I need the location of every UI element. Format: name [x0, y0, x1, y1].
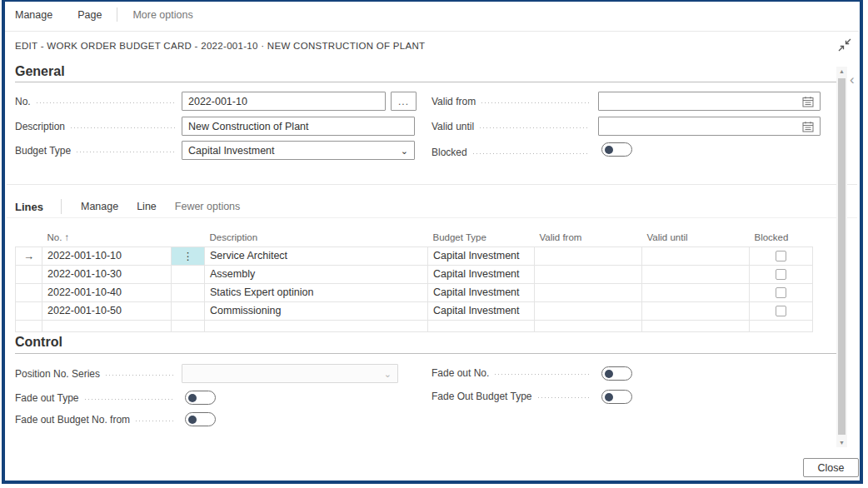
scroll-down-icon[interactable]: ▼ [836, 440, 847, 446]
cell-menu [172, 283, 205, 301]
description-label-row: Description [15, 121, 182, 132]
blocked-label: Blocked [432, 147, 467, 158]
cell-budget-type[interactable]: Capital Investment [428, 283, 535, 301]
fade-out-no-toggle[interactable] [601, 366, 632, 381]
cell-valid-until[interactable] [642, 301, 750, 320]
cell-no[interactable]: 2022-001-10-40 [42, 283, 172, 301]
col-header-valid-until[interactable]: Valid until [642, 232, 750, 246]
no-assist-edit-button[interactable]: ... [391, 92, 417, 111]
dotted-leader [106, 368, 175, 376]
dotted-leader [495, 367, 590, 376]
menu-manage[interactable]: Manage [15, 9, 52, 21]
cell-budget-type[interactable] [428, 320, 535, 331]
cell-valid-until[interactable] [642, 265, 750, 283]
cell-no[interactable]: 2022-001-10-50 [42, 301, 172, 320]
factbox-expand-icon[interactable]: ‹ [850, 72, 855, 88]
cell-valid-from[interactable] [535, 246, 642, 265]
blocked-checkbox[interactable] [776, 287, 786, 298]
cell-budget-type[interactable]: Capital Investment [428, 265, 535, 283]
budget-type-select[interactable]: Capital Investment ⌄ [182, 141, 415, 160]
cell-blocked [750, 320, 813, 331]
calendar-icon[interactable] [802, 121, 814, 132]
valid-from-input[interactable] [598, 92, 821, 111]
description-input[interactable]: New Construction of Plant [182, 117, 415, 136]
lines-toolbar-divider [61, 199, 62, 214]
row-selector[interactable] [16, 320, 42, 331]
right-arrow-icon: → [23, 250, 34, 262]
calendar-icon[interactable] [802, 96, 814, 107]
fade-out-budget-type-toggle[interactable] [601, 390, 632, 404]
blocked-label-row: Blocked [432, 147, 596, 158]
lines-menu-line[interactable]: Line [137, 201, 157, 212]
cell-valid-until[interactable] [642, 320, 750, 331]
toggle-knob [188, 416, 197, 424]
col-header-budget-type[interactable]: Budget Type [428, 232, 535, 246]
cell-budget-type[interactable]: Capital Investment [428, 246, 535, 265]
budget-type-label: Budget Type [15, 145, 71, 157]
fade-out-budget-no-from-toggle[interactable] [185, 412, 216, 426]
blocked-checkbox[interactable] [776, 269, 786, 280]
close-button[interactable]: Close [803, 458, 859, 477]
dotted-leader [481, 96, 590, 104]
col-header-no[interactable]: No. ↑ [42, 232, 172, 246]
toggle-knob [605, 370, 613, 378]
scrollbar-thumb[interactable] [838, 78, 846, 435]
scroll-up-icon[interactable]: ▲ [836, 68, 847, 74]
menu-page[interactable]: Page [77, 9, 102, 21]
cell-valid-from[interactable] [535, 301, 642, 320]
vertical-scrollbar[interactable]: ▲ ▼ [836, 67, 847, 447]
cell-description[interactable]: Assembly [205, 265, 428, 283]
row-selector[interactable] [16, 265, 42, 283]
cell-description[interactable]: Commissioning [205, 301, 428, 320]
control-rule [15, 353, 840, 354]
lines-menu-manage[interactable]: Manage [81, 201, 118, 212]
collapse-window-icon[interactable] [836, 37, 853, 53]
col-header-blocked[interactable]: Blocked [750, 232, 813, 246]
lines-menu-fewer-options[interactable]: Fewer options [175, 201, 241, 212]
row-selector[interactable] [16, 283, 42, 301]
cell-description[interactable] [205, 320, 428, 331]
menubar-divider [117, 7, 117, 22]
row-selector[interactable] [16, 301, 42, 320]
table-row: 2022-001-10-40 Statics Expert optinion C… [16, 283, 813, 301]
fade-out-budget-type-label: Fade Out Budget Type [432, 391, 532, 402]
col-header-description[interactable]: Description [205, 232, 428, 246]
table-row: 2022-001-10-30 Assembly Capital Investme… [16, 265, 813, 283]
cell-menu-button[interactable]: ⋮ [172, 246, 205, 265]
menu-more-options[interactable]: More options [132, 9, 192, 21]
fade-out-type-toggle[interactable] [185, 391, 216, 405]
cell-no[interactable]: 2022-001-10-30 [42, 265, 172, 283]
lines-caption[interactable]: Lines [15, 201, 43, 213]
cell-valid-from[interactable] [535, 265, 642, 283]
cell-description[interactable]: Statics Expert optinion [205, 283, 428, 301]
position-no-series-label-row: Position No. Series [15, 368, 182, 380]
cell-budget-type[interactable]: Capital Investment [428, 301, 535, 320]
blocked-checkbox[interactable] [776, 306, 786, 316]
col-header-valid-from[interactable]: Valid from [535, 232, 642, 246]
cell-valid-from[interactable] [535, 320, 642, 331]
description-label: Description [15, 121, 65, 132]
no-value: 2022-001-10 [188, 96, 379, 107]
blocked-checkbox[interactable] [776, 251, 786, 261]
cell-description[interactable]: Service Architect [205, 246, 428, 265]
dotted-leader [85, 392, 176, 401]
dotted-leader [71, 121, 175, 129]
valid-until-input[interactable] [598, 117, 821, 136]
valid-until-label-row: Valid until [432, 121, 596, 132]
selector-column-header [16, 232, 42, 246]
menubar-underline [5, 31, 859, 32]
cell-blocked [750, 301, 813, 320]
cell-valid-from[interactable] [535, 283, 642, 301]
cell-no[interactable]: 2022-001-10-10 [42, 246, 172, 265]
cell-valid-until[interactable] [642, 283, 750, 301]
position-no-series-select[interactable]: ⌄ [182, 364, 398, 383]
blocked-toggle[interactable] [601, 142, 632, 157]
no-input[interactable]: 2022-001-10 [182, 92, 386, 111]
cell-valid-until[interactable] [642, 246, 750, 265]
active-row-indicator: → [16, 246, 42, 265]
cell-menu [172, 265, 205, 283]
fade-out-no-label: Fade out No. [432, 367, 489, 379]
cell-no[interactable] [42, 320, 172, 331]
position-no-series-label: Position No. Series [15, 368, 100, 380]
fade-out-type-label: Fade out Type [15, 392, 79, 404]
